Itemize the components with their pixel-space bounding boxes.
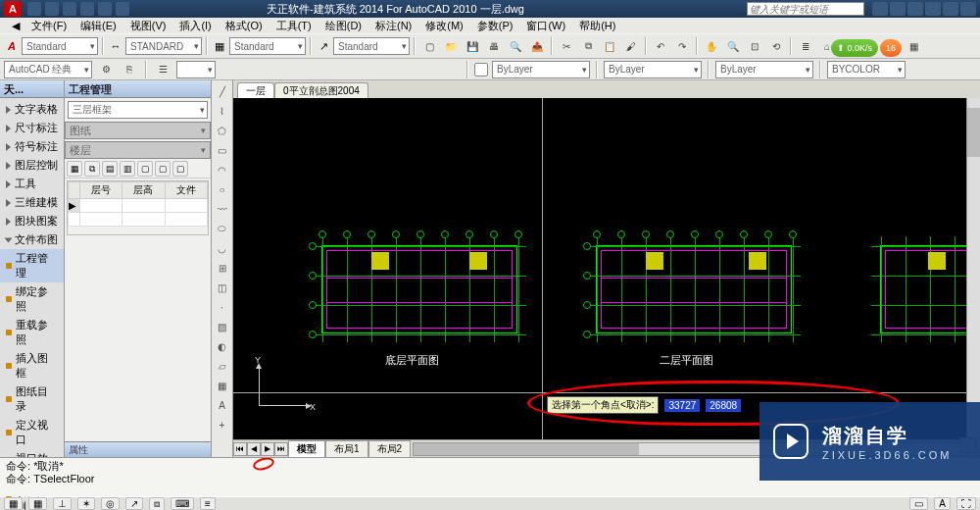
close-icon[interactable]: [960, 2, 976, 16]
proj-tb-icon[interactable]: ▢: [137, 161, 153, 177]
spline-icon[interactable]: 〰: [214, 200, 231, 218]
tmenu-item[interactable]: 重载参照: [0, 316, 64, 349]
circle-icon[interactable]: ○: [214, 180, 231, 198]
project-floors-bar[interactable]: 楼层: [65, 141, 211, 159]
qat-redo-icon[interactable]: [98, 2, 112, 16]
model-canvas[interactable]: 底层平面图 二层平面图 选择第一个角点: [233, 98, 966, 439]
menu-left-icon[interactable]: ◀: [6, 20, 24, 32]
qat-undo-icon[interactable]: [80, 2, 94, 16]
tmenu-item[interactable]: 图层控制: [0, 156, 64, 175]
menu-file[interactable]: 文件(F): [25, 19, 73, 33]
minimize-icon[interactable]: [925, 2, 941, 16]
table-row[interactable]: ▶: [69, 199, 208, 213]
status-osnap-icon[interactable]: ◎: [101, 497, 120, 510]
qat-print-icon[interactable]: [116, 2, 129, 16]
workspace-settings-icon[interactable]: ⚙: [96, 60, 116, 79]
undo-icon[interactable]: ↶: [651, 36, 670, 56]
tmenu-item[interactable]: 文字表格: [0, 100, 64, 119]
tmenu-item[interactable]: 绑定参照: [0, 282, 64, 316]
menu-modify[interactable]: 修改(M): [419, 19, 469, 33]
properties-icon[interactable]: ≣: [796, 36, 815, 56]
open-icon[interactable]: 📁: [441, 36, 461, 56]
layer-props-icon[interactable]: ☰: [153, 60, 172, 79]
project-select-combo[interactable]: 三层框架: [68, 101, 208, 119]
doc-tab[interactable]: 0平立剖总图2004: [274, 82, 368, 98]
project-drawings-bar[interactable]: 图纸: [65, 122, 211, 139]
menu-insert[interactable]: 插入(I): [173, 19, 217, 33]
menu-window[interactable]: 窗口(W): [520, 19, 571, 33]
status-dynucs-icon[interactable]: ⧈: [149, 497, 165, 511]
menu-tools[interactable]: 工具(T): [270, 19, 318, 33]
save-icon[interactable]: 💾: [463, 36, 482, 56]
redo-icon[interactable]: ↷: [672, 36, 692, 56]
tab-nav-next-icon[interactable]: ▶: [261, 442, 274, 456]
tmenu-item[interactable]: 工具: [0, 175, 64, 193]
status-model-toggle[interactable]: ▭: [909, 497, 928, 510]
tmenu-item[interactable]: 符号标注: [0, 137, 64, 156]
pan-icon[interactable]: ✋: [702, 36, 721, 56]
restore-icon[interactable]: [943, 2, 958, 16]
command-input[interactable]: [33, 473, 327, 484]
paste-icon[interactable]: 📋: [600, 36, 619, 56]
zoom-window-icon[interactable]: ⊡: [745, 36, 764, 56]
color-swatch-icon[interactable]: [474, 63, 488, 76]
tab-nav-last-icon[interactable]: ⏭: [274, 442, 288, 456]
status-otrack-icon[interactable]: ↗: [125, 497, 143, 510]
rect-icon[interactable]: ▭: [214, 141, 231, 159]
dimstyle-combo[interactable]: STANDARD: [125, 37, 202, 55]
proj-tb-icon[interactable]: ▥: [120, 161, 135, 177]
tablestyle-icon[interactable]: ▦: [212, 38, 227, 54]
qat-open-icon[interactable]: [45, 2, 59, 16]
mleaderstyle-icon[interactable]: ↗: [316, 38, 331, 54]
menu-help[interactable]: 帮助(H): [573, 19, 621, 33]
qat-new-icon[interactable]: [27, 2, 41, 16]
properties-bar[interactable]: 属性: [65, 441, 211, 457]
region-icon[interactable]: ▱: [214, 357, 231, 375]
hatch-icon[interactable]: ▨: [214, 318, 231, 335]
textstyle-combo[interactable]: Standard: [22, 37, 98, 55]
layout-tab-layout1[interactable]: 布局1: [325, 440, 368, 457]
mtext-icon[interactable]: A: [214, 396, 231, 414]
ellipse-icon[interactable]: ⬭: [214, 220, 231, 237]
menu-format[interactable]: 格式(O): [220, 19, 269, 33]
tmenu-item[interactable]: 图块图案: [0, 212, 64, 230]
dimstyle-icon[interactable]: ↔: [108, 38, 123, 54]
status-dyninput-icon[interactable]: ⌨: [171, 497, 194, 510]
layout-tab-layout2[interactable]: 布局2: [368, 440, 412, 457]
status-ortho-icon[interactable]: ⊥: [53, 497, 72, 510]
tmenu-item[interactable]: 定义视口: [0, 416, 64, 449]
help-icon[interactable]: [907, 2, 923, 16]
table-icon[interactable]: ▦: [214, 377, 231, 394]
zoom-icon[interactable]: 🔍: [723, 36, 743, 56]
proj-tb-icon[interactable]: ▤: [102, 161, 118, 177]
tmenu-item[interactable]: 尺寸标注: [0, 119, 64, 137]
layer-filter-combo[interactable]: [176, 61, 216, 78]
tmenu-item-selected[interactable]: 工程管理: [0, 249, 64, 282]
new-icon[interactable]: ▢: [419, 36, 439, 56]
workspace-combo[interactable]: AutoCAD 经典: [4, 61, 92, 78]
proj-tb-icon[interactable]: ▢: [172, 161, 188, 177]
layer-name-combo[interactable]: ByLayer: [492, 61, 590, 78]
project-panel-header[interactable]: 工程管理: [65, 80, 211, 98]
textstyle-icon[interactable]: A: [4, 38, 20, 54]
ellipse-arc-icon[interactable]: ◡: [214, 239, 231, 257]
layout-tab-model[interactable]: 模型: [288, 440, 325, 457]
preview-icon[interactable]: 🔍: [506, 36, 525, 56]
status-annotation-icon[interactable]: A: [934, 497, 951, 510]
pline-icon[interactable]: ⌇: [214, 102, 231, 120]
insert-block-icon[interactable]: ⊞: [214, 259, 231, 277]
linetype-combo[interactable]: ByLayer: [715, 61, 813, 78]
zoom-prev-icon[interactable]: ⟲: [766, 36, 786, 56]
lineweight-combo[interactable]: BYCOLOR: [827, 61, 906, 78]
color-combo[interactable]: ByLayer: [604, 61, 702, 78]
status-snap-icon[interactable]: ▦: [4, 497, 23, 510]
copy-icon[interactable]: ⧉: [578, 36, 598, 56]
help-search-input[interactable]: [747, 2, 864, 16]
tab-nav-prev-icon[interactable]: ◀: [247, 442, 261, 456]
qat-save-icon[interactable]: [63, 2, 76, 16]
gradient-icon[interactable]: ◐: [214, 337, 231, 355]
addsel-icon[interactable]: +: [214, 416, 231, 434]
polygon-icon[interactable]: ⬠: [214, 122, 231, 139]
tmenu-item[interactable]: 文件布图: [0, 230, 64, 249]
tangent-menu-header[interactable]: 天...: [0, 80, 64, 98]
